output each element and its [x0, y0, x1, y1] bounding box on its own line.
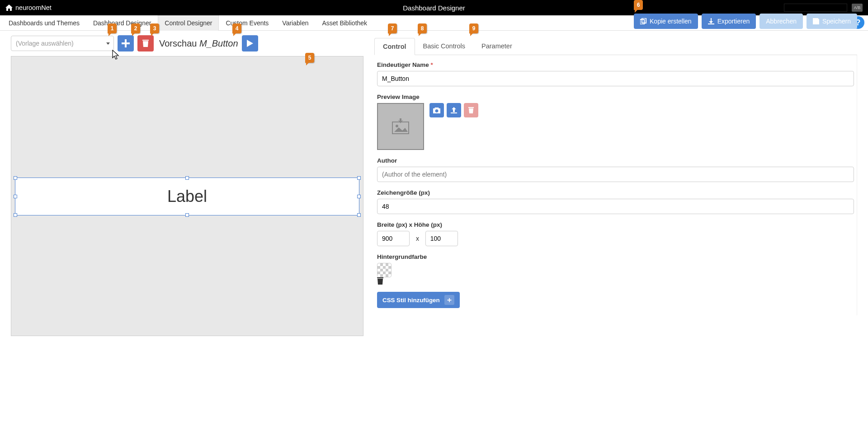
save-icon: [813, 18, 819, 24]
height-input[interactable]: [425, 231, 458, 246]
nav-tab-dashboard-designer[interactable]: Dashboard Designer: [86, 15, 158, 31]
bg-color-swatch[interactable]: [377, 263, 392, 277]
plus-icon: [122, 39, 130, 47]
nav-tab-variablen[interactable]: Variablen: [275, 15, 315, 31]
bg-color-clear[interactable]: [377, 277, 854, 285]
annotation-9: 9: [469, 23, 478, 33]
svg-point-3: [396, 125, 398, 127]
annotation-8: 8: [418, 23, 427, 33]
nav-tab-asset-bibliothek[interactable]: Asset Bibliothek: [315, 15, 374, 31]
toolbar: (Vorlage auswählen) Vorschau M_Button: [11, 35, 363, 51]
author-input[interactable]: [377, 167, 854, 182]
download-icon: [708, 18, 714, 24]
resize-handle[interactable]: [185, 213, 189, 217]
trash-icon: [468, 107, 474, 113]
nav-tab-dashboards[interactable]: Dashboards und Themes: [2, 15, 86, 31]
cancel-button[interactable]: Abbrechen: [760, 14, 803, 29]
right-column: 6 Kopie erstellen Exportieren Abbrechen …: [374, 35, 857, 336]
preview-image-thumb[interactable]: [377, 103, 424, 150]
resize-handle[interactable]: [14, 195, 17, 198]
dimensions-label: Breite (px) x Höhe (px): [377, 221, 854, 228]
add-button[interactable]: [118, 35, 134, 51]
play-button[interactable]: [242, 35, 258, 51]
resize-handle[interactable]: [185, 176, 189, 180]
annotation-3: 3: [150, 23, 159, 33]
tab-basic-controls[interactable]: Basic Controls: [415, 38, 473, 55]
delete-button[interactable]: [137, 35, 154, 51]
unique-name-label: Eindeutiger Name *: [377, 61, 854, 68]
char-size-input[interactable]: [377, 199, 854, 214]
plus-icon: ＋: [444, 295, 454, 305]
capture-image-button[interactable]: [429, 103, 444, 117]
trash-icon: [377, 277, 854, 285]
home-icon: [5, 5, 13, 11]
preview-label: Vorschau M_Button: [159, 38, 238, 49]
brand-text: neuroomNet: [15, 4, 52, 11]
copy-icon: [640, 18, 646, 24]
tab-control[interactable]: Control: [374, 38, 415, 55]
preview-image-label: Preview Image: [377, 94, 854, 100]
trash-icon: [142, 40, 149, 47]
left-column: (Vorlage auswählen) Vorschau M_Button: [11, 35, 363, 336]
resize-handle[interactable]: [357, 195, 361, 198]
unique-name-input[interactable]: [377, 71, 854, 86]
annotation-5: 5: [305, 53, 314, 63]
resize-handle[interactable]: [357, 176, 361, 180]
author-label: Author: [377, 157, 854, 164]
resize-handle[interactable]: [357, 213, 361, 217]
top-bar: neuroomNet Dashboard Designer A/B: [0, 0, 868, 15]
annotation-6: 6: [634, 0, 643, 10]
width-input[interactable]: [377, 231, 410, 246]
upload-icon: [451, 107, 457, 113]
selected-label-control[interactable]: Label: [15, 178, 359, 215]
remove-image-button[interactable]: [464, 103, 478, 117]
preview-canvas[interactable]: 5 Label: [11, 56, 363, 336]
svg-rect-2: [392, 122, 409, 134]
char-size-label: Zeichengröße (px): [377, 189, 854, 196]
annotation-2: 2: [131, 23, 140, 33]
brand[interactable]: neuroomNet: [5, 4, 52, 11]
template-select[interactable]: (Vorlage auswählen): [11, 36, 114, 51]
property-tabs: Control Basic Controls Parameter: [374, 38, 857, 55]
annotation-4: 4: [232, 23, 241, 33]
user-area[interactable]: [784, 4, 847, 12]
action-buttons: 6 Kopie erstellen Exportieren Abbrechen …: [634, 14, 857, 29]
label-text: Label: [167, 187, 207, 206]
lang-switch[interactable]: A/B: [852, 4, 863, 12]
image-placeholder-icon: [392, 118, 410, 135]
bg-color-label: Hintergrundfarbe: [377, 253, 854, 260]
nav-tab-custom-events[interactable]: Custom Events: [219, 15, 275, 31]
resize-handle[interactable]: [14, 213, 17, 217]
upload-image-button[interactable]: [447, 103, 461, 117]
annotation-7: 7: [388, 23, 397, 33]
save-button[interactable]: Speichern: [807, 14, 857, 29]
add-css-style-button[interactable]: CSS Stil hinzufügen ＋: [377, 292, 460, 308]
export-button[interactable]: Exportieren: [702, 14, 756, 29]
dim-separator: x: [416, 235, 419, 242]
annotation-1: 1: [108, 23, 117, 33]
property-form: Eindeutiger Name * Preview Image: [374, 55, 857, 315]
copy-button[interactable]: Kopie erstellen: [634, 14, 698, 29]
nav-tab-control-designer[interactable]: Control Designer: [158, 15, 219, 31]
resize-handle[interactable]: [14, 176, 17, 180]
tab-parameter[interactable]: Parameter: [473, 38, 520, 55]
play-icon: [247, 40, 253, 47]
camera-icon: [433, 108, 440, 113]
page-title: Dashboard Designer: [403, 4, 465, 12]
